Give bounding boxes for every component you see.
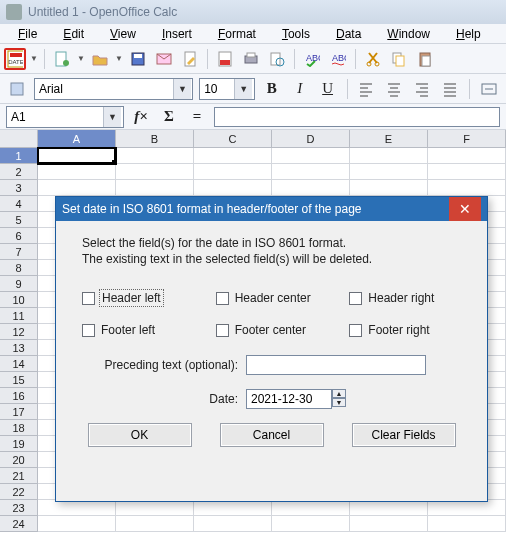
col-header-B[interactable]: B [116,130,194,148]
align-right-button[interactable] [411,78,433,100]
cell[interactable] [38,500,116,516]
cell[interactable] [194,180,272,196]
cell[interactable] [194,164,272,180]
checkbox-footer-center[interactable]: Footer center [216,323,334,337]
print-button[interactable] [240,48,262,70]
menu-tools[interactable]: Tools [270,26,322,42]
row-header[interactable]: 3 [0,180,38,196]
cell[interactable] [116,148,194,164]
dropdown-icon[interactable]: ▼ [30,48,38,70]
row-header[interactable]: 15 [0,372,38,388]
spellcheck-button[interactable]: ABC [301,48,323,70]
cell[interactable] [350,516,428,532]
copy-button[interactable] [388,48,410,70]
row-header[interactable]: 5 [0,212,38,228]
name-box[interactable]: ▼ [6,106,124,128]
cell[interactable] [350,180,428,196]
cell[interactable] [272,516,350,532]
row-header[interactable]: 1 [0,148,38,164]
cell[interactable] [194,148,272,164]
cut-button[interactable] [362,48,384,70]
cell[interactable] [428,180,506,196]
merge-cells-button[interactable] [478,78,500,100]
col-header-F[interactable]: F [428,130,506,148]
cell[interactable] [350,148,428,164]
menu-data[interactable]: Data [324,26,373,42]
menu-edit[interactable]: Edit [51,26,96,42]
row-header[interactable]: 6 [0,228,38,244]
cell-reference-input[interactable] [7,107,103,127]
styles-button[interactable] [6,78,28,100]
cell[interactable] [116,180,194,196]
cell[interactable] [350,500,428,516]
function-button[interactable]: = [186,106,208,128]
cell[interactable] [428,148,506,164]
checkbox-header-left[interactable]: Header left [82,291,200,305]
chevron-down-icon[interactable]: ▼ [234,79,252,99]
cell[interactable] [428,500,506,516]
cell[interactable] [116,516,194,532]
cell[interactable] [38,164,116,180]
checkbox-header-right[interactable]: Header right [349,291,467,305]
cell[interactable] [38,148,116,164]
email-button[interactable] [153,48,175,70]
col-header-D[interactable]: D [272,130,350,148]
cell[interactable] [428,516,506,532]
cancel-button[interactable]: Cancel [220,423,324,447]
row-header[interactable]: 9 [0,276,38,292]
row-header[interactable]: 22 [0,484,38,500]
col-header-C[interactable]: C [194,130,272,148]
cell[interactable] [194,500,272,516]
row-header[interactable]: 24 [0,516,38,532]
menu-insert[interactable]: Insert [150,26,204,42]
save-button[interactable] [127,48,149,70]
menu-help[interactable]: Help [444,26,493,42]
align-justify-button[interactable] [439,78,461,100]
col-header-E[interactable]: E [350,130,428,148]
row-header[interactable]: 19 [0,436,38,452]
dropdown-icon[interactable]: ▼ [77,48,85,70]
cell[interactable] [38,516,116,532]
font-size-combo[interactable]: ▼ [199,78,255,100]
checkbox-footer-right[interactable]: Footer right [349,323,467,337]
cell[interactable] [116,500,194,516]
spin-up-button[interactable]: ▲ [332,389,346,398]
underline-button[interactable]: U [317,78,339,100]
iso-date-extension-button[interactable]: DATE [4,48,26,70]
row-header[interactable]: 11 [0,308,38,324]
row-header[interactable]: 12 [0,324,38,340]
cell[interactable] [194,516,272,532]
date-input[interactable] [246,389,332,409]
font-name-input[interactable] [35,79,173,99]
row-header[interactable]: 2 [0,164,38,180]
row-header[interactable]: 14 [0,356,38,372]
row-header[interactable]: 13 [0,340,38,356]
edit-doc-button[interactable] [179,48,201,70]
new-doc-button[interactable] [51,48,73,70]
preview-button[interactable] [266,48,288,70]
row-header[interactable]: 20 [0,452,38,468]
row-header[interactable]: 10 [0,292,38,308]
font-size-input[interactable] [200,79,234,99]
chevron-down-icon[interactable]: ▼ [103,107,121,127]
preceding-text-input[interactable] [246,355,426,375]
autospell-button[interactable]: ABC [327,48,349,70]
select-all-corner[interactable] [0,130,38,148]
export-pdf-button[interactable] [214,48,236,70]
function-wizard-button[interactable]: f× [130,106,152,128]
cell[interactable] [272,148,350,164]
date-spinner[interactable]: ▲ ▼ [246,389,346,409]
dropdown-icon[interactable]: ▼ [115,48,123,70]
row-header[interactable]: 16 [0,388,38,404]
italic-button[interactable]: I [289,78,311,100]
close-button[interactable]: ✕ [449,197,481,221]
cell[interactable] [272,500,350,516]
sum-button[interactable]: Σ [158,106,180,128]
menu-view[interactable]: View [98,26,148,42]
align-center-button[interactable] [383,78,405,100]
align-left-button[interactable] [356,78,378,100]
row-header[interactable]: 8 [0,260,38,276]
spin-down-button[interactable]: ▼ [332,398,346,407]
row-header[interactable]: 21 [0,468,38,484]
col-header-A[interactable]: A [38,130,116,148]
